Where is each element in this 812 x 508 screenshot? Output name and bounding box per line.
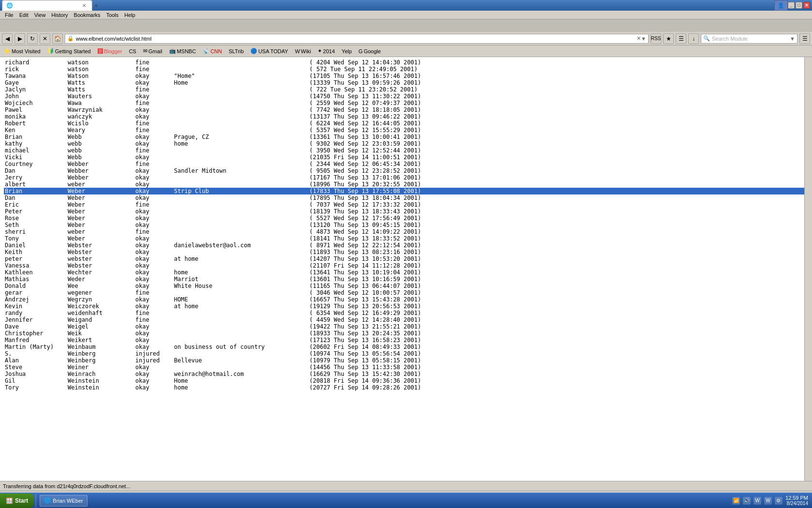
address-clear-icon[interactable]: ✕	[637, 35, 641, 42]
record-row[interactable]: AlanWeinberginjuredBellevue(10979 Thu Se…	[4, 357, 808, 364]
record-row[interactable]: DanielWebsterokaydanielawebster@aol.com(…	[4, 242, 808, 249]
browser-tab-active[interactable]: 🌐 World Trade Center Survi... ✕	[2, 0, 92, 11]
menu-file[interactable]: File	[2, 12, 16, 18]
address-bar[interactable]: 🔒 www.elbnet.com/wtc/wtclist.html ✕ ▼	[65, 34, 649, 44]
record-row[interactable]: ChristopherWeikokay(18933 Thu Sep 13 20:…	[4, 330, 808, 337]
record-row[interactable]: RoseWeberokay( 5527 Wed Sep 12 17:56:49 …	[4, 215, 808, 222]
maximize-button[interactable]: □	[796, 2, 802, 9]
taskbar-item-browser[interactable]: 🌐 Brian WEber	[40, 495, 87, 507]
record-row[interactable]: JenniferWeigandfine( 4459 Wed Sep 12 14:…	[4, 316, 808, 323]
menu-history[interactable]: History	[48, 12, 71, 18]
menu-button[interactable]: ☰	[799, 33, 810, 44]
record-row[interactable]: Martin (Marty)Weinbaumokayon business ou…	[4, 344, 808, 350]
minimize-button[interactable]: _	[788, 2, 795, 9]
record-row[interactable]: JohnWautersokay(14750 Thu Sep 13 11:30:2…	[4, 93, 808, 100]
stop-button[interactable]: ✕	[40, 33, 50, 44]
record-row[interactable]: peterwebsterokayat home(14207 Thu Sep 13…	[4, 255, 808, 262]
record-row[interactable]: VickiWebbokay(21035 Fri Sep 14 11:00:51 …	[4, 154, 808, 161]
record-last-name: webb	[68, 147, 135, 154]
menu-view[interactable]: View	[31, 12, 49, 18]
record-row[interactable]: GayeWattsokayHome(13339 Thu Sep 13 09:59…	[4, 79, 808, 86]
record-row[interactable]: randyweidenhaftfine( 6354 Wed Sep 12 16:…	[4, 310, 808, 316]
record-row[interactable]: rickwatsonfine( 572 Tue Sep 11 22:49:05 …	[4, 66, 808, 73]
record-row[interactable]: KenWearyfine( 5357 Wed Sep 12 15:55:29 2…	[4, 127, 808, 134]
reload-button[interactable]: ↻	[27, 33, 38, 44]
search-dropdown-icon[interactable]: ▼	[790, 36, 795, 42]
record-row[interactable]: EricWeberfine( 7037 Wed Sep 12 17:33:32 …	[4, 201, 808, 208]
record-row[interactable]: kathywebbokayhome( 9302 Wed Sep 12 23:03…	[4, 140, 808, 147]
record-row[interactable]: KathleenWechterokayhome(13641 Thu Sep 13…	[4, 269, 808, 276]
menu-bookmarks[interactable]: Bookmarks	[71, 12, 103, 18]
bookmark-sltrib[interactable]: SLTrib	[227, 47, 246, 55]
start-button[interactable]: 🪟 Start	[0, 493, 34, 508]
menu-tools[interactable]: Tools	[103, 12, 122, 18]
search-bar[interactable]: 🔍 Search Module ▼	[701, 34, 798, 44]
forward-button[interactable]: ▶	[14, 33, 25, 44]
record-row[interactable]: richardwatsonfine( 4204 Wed Sep 12 14:04…	[4, 59, 808, 66]
close-button[interactable]: ✕	[803, 2, 810, 9]
record-row[interactable]: WojciechWawafine( 2559 Wed Sep 12 07:49:…	[4, 100, 808, 106]
home-button[interactable]: 🏠	[52, 33, 63, 44]
record-row[interactable]: TawanaWatsonokay"Home"(17105 Thu Sep 13 …	[4, 73, 808, 79]
record-row[interactable]: ManfredWeikertokay(17123 Thu Sep 13 16:5…	[4, 337, 808, 344]
bookmark-wiki[interactable]: W Wiki	[293, 47, 313, 55]
record-row[interactable]: JerryWebberokay(17167 Thu Sep 13 17:01:0…	[4, 174, 808, 181]
record-row[interactable]: CourtneyWebberfine( 2344 Wed Sep 12 06:4…	[4, 161, 808, 167]
record-row[interactable]: JaclynWattsfine( 722 Tue Sep 11 23:20:52…	[4, 86, 808, 93]
record-row[interactable]: michaelwebbfine( 3950 Wed Sep 12 12:52:4…	[4, 147, 808, 154]
bookmark-blogger[interactable]: 🅱 Blogger	[96, 47, 124, 55]
back-button[interactable]: ◀	[2, 33, 13, 44]
record-row[interactable]: KevinWeiczorekokayat home(19129 Thu Sep …	[4, 303, 808, 310]
record-row[interactable]: RobertWcislofine( 6224 Wed Sep 12 16:44:…	[4, 120, 808, 127]
bookmark-cnn[interactable]: 📡 CNN	[201, 47, 224, 55]
bookmark-usatoday[interactable]: 🔵 USA TODAY	[248, 47, 290, 55]
record-timestamp: ( 3046 Wed Sep 12 10:00:57 2001)	[309, 289, 464, 296]
record-first-name: S.	[5, 350, 68, 357]
bookmark-manage-button[interactable]: ☰	[676, 33, 686, 44]
record-row[interactable]: DanWebberokaySandler Midtown( 9505 Wed S…	[4, 167, 808, 174]
record-row[interactable]: PeterWeberokay(18139 Thu Sep 13 18:33:43…	[4, 208, 808, 215]
record-status: okay	[135, 262, 174, 269]
record-row[interactable]: S.Weinberginjured(10974 Thu Sep 13 05:56…	[4, 350, 808, 357]
bookmark-yelp[interactable]: Yelp	[340, 47, 354, 55]
bookmark-google[interactable]: G Google	[357, 47, 383, 55]
record-row[interactable]: SteveWeinerokay(14456 Thu Sep 13 11:33:5…	[4, 364, 808, 371]
record-first-name: Eric	[5, 201, 68, 208]
record-row[interactable]: AndrzejWegrzynokayHOME(16657 Thu Sep 13 …	[4, 296, 808, 303]
menu-help[interactable]: Help	[121, 12, 138, 18]
bookmark-getting-started[interactable]: 🔰 Getting Started	[45, 47, 93, 55]
record-row[interactable]: GilWeinsteinokayHome(20818 Fri Sep 14 09…	[4, 377, 808, 384]
vertical-scrollbar[interactable]	[804, 57, 812, 481]
menu-edit[interactable]: Edit	[16, 12, 31, 18]
bookmark-cs[interactable]: CS	[127, 47, 138, 55]
record-row[interactable]: KeithWebsterokay(11893 Thu Sep 13 08:23:…	[4, 249, 808, 255]
record-row[interactable]: JoshuaWeinrachokayweinrach@hotmail.com(1…	[4, 371, 808, 377]
rss-button[interactable]: RSS	[651, 33, 661, 44]
bookmark-gmail[interactable]: ✉ Gmail	[141, 47, 164, 55]
bookmark-most-visited[interactable]: ⭐ Most Visited	[2, 47, 43, 55]
record-timestamp: (14456 Thu Sep 13 11:33:58 2001)	[309, 364, 464, 371]
new-tab-button[interactable]: +	[92, 1, 100, 9]
record-row[interactable]: ToryWeinsteinokayhome(20727 Fri Sep 14 0…	[4, 384, 808, 391]
download-button[interactable]: ↓	[688, 33, 699, 44]
record-row[interactable]: monikawańczykokay(13137 Thu Sep 13 09:46…	[4, 113, 808, 120]
record-status: okay	[135, 384, 174, 391]
address-dropdown-icon[interactable]: ▼	[641, 36, 646, 42]
record-row[interactable]: sherriweberfine( 4873 Wed Sep 12 14:09:2…	[4, 228, 808, 235]
record-row[interactable]: gerarwegenerfine( 3046 Wed Sep 12 10:00:…	[4, 289, 808, 296]
record-row[interactable]: MathiasWederokayMarriot(13601 Thu Sep 13…	[4, 276, 808, 283]
record-row[interactable]: BrianWebbokayPrague, CZ(13361 Thu Sep 13…	[4, 134, 808, 140]
record-row[interactable]: albertweberokay(18996 Thu Sep 13 20:32:5…	[4, 181, 808, 188]
tab-close-button[interactable]: ✕	[81, 3, 87, 8]
bookmark-star-button[interactable]: ★	[663, 33, 674, 44]
record-row[interactable]: VanessaWebsterokay(21107 Fri Sep 14 11:1…	[4, 262, 808, 269]
record-row[interactable]: DanWeberokay(17895 Thu Sep 13 18:04:34 2…	[4, 194, 808, 201]
record-row[interactable]: TonyWeberokay(18141 Thu Sep 13 18:33:52 …	[4, 235, 808, 242]
record-row[interactable]: DonaldWeeokayWhite House(11165 Thu Sep 1…	[4, 283, 808, 289]
bookmark-msnbc[interactable]: 📺 MSNBC	[167, 47, 198, 55]
record-row[interactable]: PawelWawrzyniakokay( 7742 Wed Sep 12 18:…	[4, 106, 808, 113]
bookmark-2014[interactable]: ✦ 2014	[316, 47, 336, 55]
record-row[interactable]: DaveWeigelokay(19422 Thu Sep 13 21:55:21…	[4, 323, 808, 330]
record-row[interactable]: SethWeberokay(13120 Thu Sep 13 09:45:15 …	[4, 222, 808, 228]
record-row[interactable]: BrianWeberokayStrip Club(17833 Thu Sep 1…	[4, 188, 808, 194]
